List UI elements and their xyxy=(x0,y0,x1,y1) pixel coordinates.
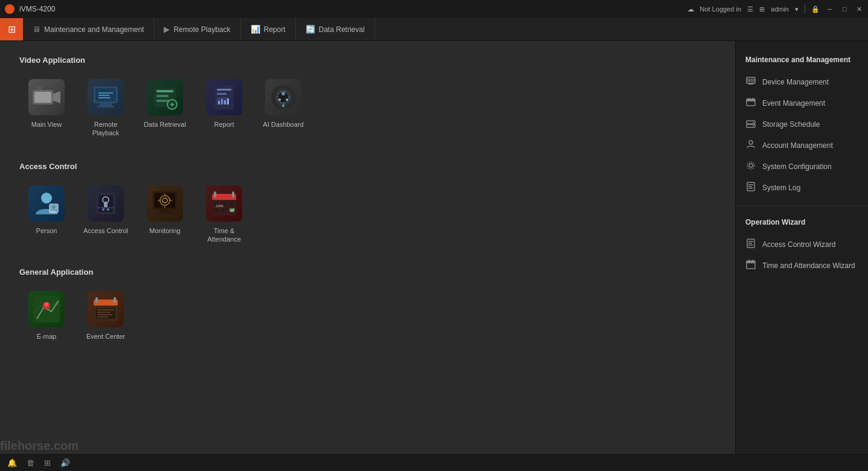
report-tab-label: Report xyxy=(264,25,286,34)
svg-rect-105 xyxy=(747,261,755,263)
grid-status-icon[interactable]: ⊞ xyxy=(44,458,51,467)
svg-rect-22 xyxy=(218,101,220,104)
tab-bar: ⊞ 🖥 Maintenance and Management ▶ Remote … xyxy=(0,18,868,41)
config-svg xyxy=(746,161,756,170)
svg-point-94 xyxy=(749,164,753,167)
svg-rect-59 xyxy=(214,191,216,197)
access-wizard-svg xyxy=(746,239,756,248)
svg-rect-1 xyxy=(34,92,51,103)
svg-rect-8 xyxy=(98,92,113,94)
svg-rect-13 xyxy=(156,95,169,97)
user-dropdown-icon[interactable]: ▾ xyxy=(795,5,799,13)
bell-icon[interactable]: 🔔 xyxy=(7,458,17,467)
title-bar-right: ☁ Not Logged in ☰ ⊞ admin ▾ 🔒 ─ □ ✕ xyxy=(687,5,863,13)
report-tab-icon: 📊 xyxy=(251,25,260,34)
monitoring-icon[interactable]: Monitoring xyxy=(138,181,192,249)
access-control-app-label: Access Control xyxy=(83,226,128,235)
svg-rect-98 xyxy=(748,186,752,187)
storage-icon xyxy=(745,118,756,130)
svg-point-29 xyxy=(281,92,285,95)
access-control-app-icon[interactable]: Access Control xyxy=(79,181,133,249)
general-section-title: General Application xyxy=(19,268,716,277)
data-retrieval-label: Data Retrieval xyxy=(144,120,186,129)
svg-rect-86 xyxy=(747,99,755,101)
time-attendance-icon[interactable]: JUNE Time & Attendance xyxy=(197,181,251,249)
system-configuration-item[interactable]: System Configuration xyxy=(736,156,868,177)
svg-text:JUNE: JUNE xyxy=(216,204,224,208)
minimize-button[interactable]: ─ xyxy=(826,5,834,13)
trash-icon[interactable]: 🗑 xyxy=(27,458,34,467)
panel-separator xyxy=(736,205,868,206)
cloud-icon: ☁ xyxy=(687,5,694,13)
emap-label: E-map xyxy=(37,332,56,341)
storage-schedule-item[interactable]: Storage Schedule xyxy=(736,114,868,135)
access-control-wizard-item[interactable]: Access Control Wizard xyxy=(736,234,868,255)
wizard-panel-title: Operation Wizard xyxy=(736,213,868,234)
system-log-item[interactable]: System Log xyxy=(736,177,868,198)
playback-svg xyxy=(91,83,120,112)
right-panel: Maintenance and Management Device Manage… xyxy=(735,41,868,454)
svg-rect-42 xyxy=(104,202,108,208)
event-management-item[interactable]: Event Management xyxy=(736,92,868,114)
remote-playback-label: Remote Playback xyxy=(81,120,130,138)
svg-rect-101 xyxy=(748,241,753,242)
account-svg xyxy=(746,139,756,149)
svg-rect-99 xyxy=(748,188,753,189)
home-tab[interactable]: ⊞ xyxy=(0,18,23,40)
svg-rect-83 xyxy=(748,83,753,85)
main-view-icon[interactable]: Main View xyxy=(19,74,74,143)
person-icon[interactable]: Person xyxy=(19,181,74,249)
attendance-label: Time & Attendance xyxy=(199,226,249,244)
svg-point-35 xyxy=(41,193,52,203)
svg-rect-65 xyxy=(222,208,227,212)
volume-icon[interactable]: 🔊 xyxy=(60,458,70,467)
video-application-section: Video Application Main View xyxy=(19,56,716,143)
access-wizard-label: Access Control Wizard xyxy=(762,240,835,249)
tab-report[interactable]: 📊 Report xyxy=(241,18,296,40)
emap-img xyxy=(28,291,65,327)
svg-point-92 xyxy=(753,126,754,127)
attendance-img: JUNE xyxy=(206,185,242,222)
tab-maintenance[interactable]: 🖥 Maintenance and Management xyxy=(23,18,154,40)
event-center-icon[interactable]: Event Center xyxy=(79,286,133,345)
system-log-label: System Log xyxy=(762,184,800,192)
video-section-title: Video Application xyxy=(19,56,716,65)
app-title: iVMS-4200 xyxy=(19,5,683,13)
svg-rect-78 xyxy=(97,309,114,310)
attendance-wizard-svg xyxy=(746,260,756,269)
person-label: Person xyxy=(36,226,57,235)
system-log-icon xyxy=(745,182,756,193)
event-img xyxy=(88,291,124,327)
report-icon[interactable]: Report xyxy=(197,74,251,143)
svg-rect-80 xyxy=(97,314,112,315)
event-mgmt-icon xyxy=(745,97,756,109)
access-svg xyxy=(91,189,120,218)
lock-icon[interactable]: 🔒 xyxy=(811,5,820,13)
data-retrieval-img xyxy=(147,79,183,115)
emap-icon[interactable]: E-map xyxy=(19,286,74,345)
account-management-item[interactable]: Account Management xyxy=(736,135,868,156)
svg-rect-79 xyxy=(97,312,111,313)
home-icon: ⊞ xyxy=(8,24,16,35)
svg-rect-106 xyxy=(748,260,750,262)
attendance-wizard-item[interactable]: Time and Attendance Wizard xyxy=(736,255,868,276)
storage-svg xyxy=(746,118,756,128)
data-retrieval-icon[interactable]: Data Retrieval xyxy=(138,74,192,143)
svg-point-32 xyxy=(286,98,288,101)
event-mgmt-label: Event Management xyxy=(762,99,825,107)
status-bar: 🔔 🗑 ⊞ 🔊 xyxy=(0,454,868,471)
tab-playback[interactable]: ▶ Remote Playback xyxy=(154,18,240,40)
svg-rect-25 xyxy=(227,98,229,104)
camera-svg xyxy=(31,85,62,109)
svg-rect-10 xyxy=(98,97,111,98)
svg-rect-75 xyxy=(95,297,98,303)
svg-rect-60 xyxy=(232,191,234,197)
restore-button[interactable]: □ xyxy=(840,5,849,13)
device-mgmt-svg xyxy=(746,76,756,86)
tab-retrieval[interactable]: 🔄 Data Retrieval xyxy=(296,18,375,40)
monitoring-label: Monitoring xyxy=(149,226,180,235)
close-button[interactable]: ✕ xyxy=(855,5,863,13)
device-management-item[interactable]: Device Management xyxy=(736,71,868,92)
ai-dashboard-icon[interactable]: AI Dashboard xyxy=(256,74,310,143)
remote-playback-icon[interactable]: Remote Playback xyxy=(79,74,133,143)
